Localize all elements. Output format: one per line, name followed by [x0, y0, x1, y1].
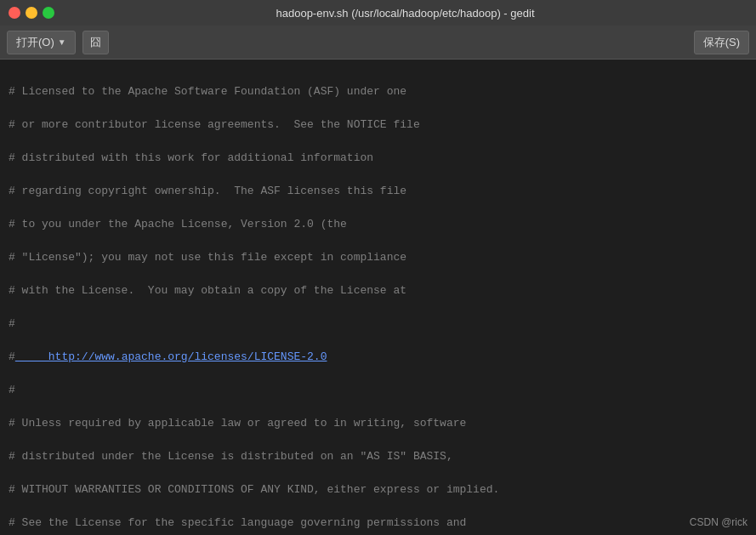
editor-line: # See the License for the specific langu… [9, 515, 747, 532]
editor-line: # distributed with this work for additio… [9, 150, 747, 167]
new-button[interactable]: 囧 [82, 31, 109, 54]
open-label: 打开(O) [16, 35, 54, 50]
open-button[interactable]: 打开(O) ▼ [7, 31, 76, 54]
open-arrow-icon: ▼ [58, 37, 66, 47]
editor-line: # regarding copyright ownership. The ASF… [9, 183, 747, 200]
minimize-button[interactable] [26, 7, 37, 19]
editor-area[interactable]: # Licensed to the Apache Software Founda… [0, 60, 756, 535]
title-bar: hadoop-env.sh (/usr/local/hadoop/etc/had… [0, 0, 756, 26]
save-button[interactable]: 保存(S) [694, 31, 749, 54]
editor-line: # Unless required by applicable law or a… [9, 415, 747, 432]
license-link[interactable]: http://www.apache.org/licenses/LICENSE-2… [15, 350, 327, 363]
window-controls [9, 7, 54, 19]
window-title: hadoop-env.sh (/usr/local/hadoop/etc/had… [63, 7, 747, 20]
editor-line: # distributed under the License is distr… [9, 448, 747, 465]
editor-line: # to you under the Apache License, Versi… [9, 216, 747, 233]
editor-line: # [9, 382, 747, 399]
editor-line: # or more contributor license agreements… [9, 117, 747, 134]
editor-line: # [9, 316, 747, 333]
maximize-button[interactable] [43, 7, 54, 19]
toolbar: 打开(O) ▼ 囧 保存(S) [0, 26, 756, 60]
editor-line: # "License"); you may not use this file … [9, 249, 747, 266]
editor-line: # WITHOUT WARRANTIES OR CONDITIONS OF AN… [9, 481, 747, 498]
editor-line: # with the License. You may obtain a cop… [9, 282, 747, 299]
watermark: CSDN @rick [690, 516, 747, 528]
editor-line: # http://www.apache.org/licenses/LICENSE… [9, 349, 747, 366]
close-button[interactable] [9, 7, 20, 19]
editor-line: # Licensed to the Apache Software Founda… [9, 83, 747, 100]
